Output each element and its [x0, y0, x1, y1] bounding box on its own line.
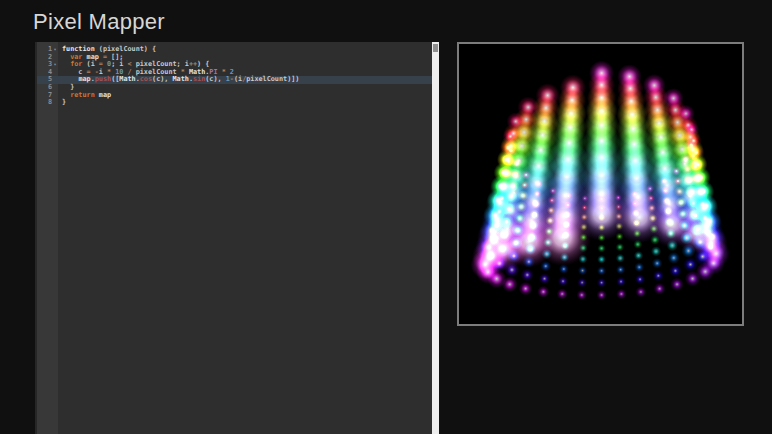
code-editor[interactable]: 1▾function (pixelCount) {2 var map = [];… [35, 42, 432, 434]
code-rows: 1▾function (pixelCount) {2 var map = [];… [37, 46, 432, 107]
code-text: } [58, 99, 432, 107]
editor-scrollbar[interactable] [432, 42, 439, 434]
gutter-empty [37, 107, 58, 434]
code-text: map.push([Math.cos(c), Math.sin(c), 1-(i… [58, 76, 432, 84]
code-line[interactable]: 7 return map [37, 92, 432, 100]
editor-empty-area[interactable] [37, 107, 432, 434]
code-text: return map [58, 92, 432, 100]
code-line[interactable]: 8} [37, 99, 432, 107]
page-title: Pixel Mapper [33, 9, 165, 35]
pixel-map-preview-panel [457, 42, 744, 326]
scrollbar-thumb[interactable] [433, 44, 438, 52]
code-line[interactable]: 5 map.push([Math.cos(c), Math.sin(c), 1-… [37, 76, 432, 84]
code-text: } [58, 84, 432, 92]
line-number: 8 [37, 99, 58, 107]
pixel-map-canvas[interactable] [459, 44, 742, 324]
